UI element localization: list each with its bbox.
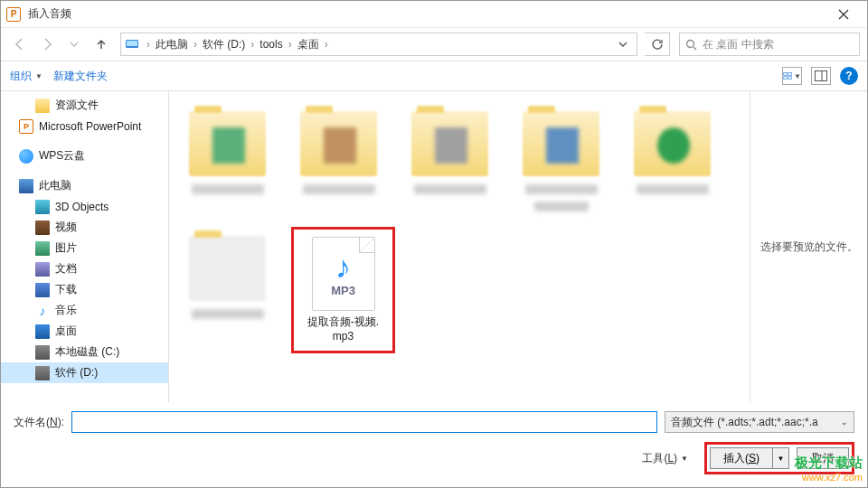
- titlebar: P 插入音频: [1, 1, 867, 28]
- crumb-desktop[interactable]: 桌面: [294, 35, 323, 54]
- svg-point-2: [687, 40, 694, 47]
- nav-tree: 资源文件 PMicrosoft PowerPoint WPS云盘 此电脑 3D …: [1, 91, 169, 402]
- address-bar[interactable]: › 此电脑 › 软件 (D:) › tools › 桌面 ›: [120, 33, 637, 56]
- svg-rect-6: [788, 77, 792, 80]
- recent-button[interactable]: [62, 33, 86, 56]
- drive-icon: [35, 345, 50, 360]
- tools-button[interactable]: 工具(L)▼: [635, 448, 695, 469]
- toolbar: 组织▼ 新建文件夹 ▼ ?: [1, 61, 867, 91]
- filename-label: 文件名(N):: [14, 415, 64, 430]
- cancel-button[interactable]: 取消: [797, 447, 849, 469]
- folder-item[interactable]: [514, 102, 609, 218]
- navigation-bar: › 此电脑 › 软件 (D:) › tools › 桌面 › 在 桌面 中搜索: [1, 28, 867, 61]
- music-icon: ♪: [35, 304, 50, 318]
- chevron-down-icon: ▼: [35, 72, 42, 80]
- arrow-up-icon: [94, 37, 108, 52]
- folder-item[interactable]: [180, 227, 275, 353]
- preview-pane-icon: [815, 70, 827, 81]
- new-folder-button[interactable]: 新建文件夹: [53, 69, 108, 84]
- file-open-dialog: P 插入音频 › 此电脑 › 软件 (D:) › tools ›: [0, 0, 868, 488]
- tree-downloads[interactable]: 下载: [1, 279, 168, 300]
- pc-icon: [19, 179, 33, 193]
- 3d-icon: [35, 200, 50, 214]
- tree-music[interactable]: ♪音乐: [1, 300, 168, 321]
- filetype-dropdown[interactable]: 音频文件 (*.adts;*.adt;*.aac;*.a ⌄: [665, 411, 854, 433]
- forward-button[interactable]: [35, 33, 59, 56]
- help-button[interactable]: ?: [840, 67, 858, 85]
- tree-drive-c[interactable]: 本地磁盘 (C:): [1, 342, 168, 362]
- breadcrumb-sep: ›: [145, 38, 152, 51]
- dialog-body: 资源文件 PMicrosoft PowerPoint WPS云盘 此电脑 3D …: [1, 91, 867, 402]
- drive-icon: [125, 37, 139, 52]
- mp3-file-icon: ♪ MP3: [312, 237, 375, 311]
- folder-item[interactable]: [625, 102, 720, 218]
- insert-split-button: 插入(S) ▼: [710, 447, 789, 469]
- tree-3d-objects[interactable]: 3D Objects: [1, 196, 168, 217]
- crumb-drive[interactable]: 软件 (D:): [199, 35, 249, 54]
- address-expand[interactable]: [613, 38, 633, 51]
- tree-desktop[interactable]: 桌面: [1, 321, 168, 342]
- cloud-icon: [19, 149, 33, 164]
- svg-rect-1: [127, 41, 137, 46]
- folder-item[interactable]: [180, 102, 275, 218]
- dialog-title: 插入音频: [28, 6, 826, 22]
- folder-item[interactable]: [291, 102, 386, 218]
- tree-this-pc[interactable]: 此电脑: [1, 175, 168, 196]
- insert-dropdown[interactable]: ▼: [773, 447, 789, 469]
- organize-button[interactable]: 组织▼: [10, 69, 42, 84]
- svg-rect-5: [784, 77, 788, 80]
- search-placeholder: 在 桌面 中搜索: [703, 37, 774, 52]
- dialog-footer: 文件名(N): 音频文件 (*.adts;*.adt;*.aac;*.a ⌄ 工…: [1, 402, 867, 487]
- folder-item[interactable]: [402, 102, 497, 218]
- music-note-icon: ♪: [335, 251, 351, 282]
- app-icon: P: [6, 7, 21, 22]
- tree-drive-d[interactable]: 软件 (D:): [1, 362, 168, 383]
- folder-icon: [35, 99, 50, 113]
- view-mode-button[interactable]: ▼: [782, 67, 802, 85]
- arrow-left-icon: [13, 37, 27, 52]
- chevron-down-icon: [618, 40, 627, 49]
- crumb-pc[interactable]: 此电脑: [152, 35, 192, 54]
- file-list[interactable]: ♪ MP3 提取音频-视频.mp3: [169, 91, 750, 402]
- video-icon: [35, 221, 50, 235]
- refresh-icon: [651, 38, 664, 51]
- download-icon: [35, 283, 50, 297]
- search-icon: [685, 39, 697, 51]
- drive-icon: [35, 366, 50, 380]
- insert-button[interactable]: 插入(S): [710, 447, 773, 469]
- highlight-box: ♪ MP3 提取音频-视频.mp3: [291, 227, 395, 353]
- back-button[interactable]: [8, 33, 32, 56]
- highlight-box-2: 插入(S) ▼ 取消: [704, 442, 854, 474]
- chevron-down-icon: ⌄: [841, 418, 848, 427]
- powerpoint-icon: P: [19, 119, 33, 134]
- tree-wps-cloud[interactable]: WPS云盘: [1, 145, 168, 166]
- arrow-right-icon: [40, 37, 54, 52]
- preview-pane: 选择要预览的文件。: [750, 91, 867, 402]
- close-button[interactable]: [826, 2, 862, 27]
- svg-rect-3: [784, 72, 788, 75]
- file-item-mp3[interactable]: ♪ MP3 提取音频-视频.mp3: [296, 231, 391, 349]
- up-button[interactable]: [90, 33, 113, 56]
- search-box[interactable]: 在 桌面 中搜索: [679, 33, 860, 56]
- tree-documents[interactable]: 文档: [1, 258, 168, 279]
- tree-pictures[interactable]: 图片: [1, 238, 168, 258]
- content-area: ♪ MP3 提取音频-视频.mp3 选择要预览的文件。: [169, 91, 867, 402]
- desktop-icon: [35, 324, 50, 339]
- close-icon: [838, 9, 849, 20]
- picture-icon: [35, 241, 50, 256]
- svg-rect-4: [788, 72, 792, 75]
- tree-videos[interactable]: 视频: [1, 217, 168, 238]
- refresh-button[interactable]: [645, 33, 670, 56]
- preview-pane-button[interactable]: [811, 67, 831, 85]
- svg-rect-7: [816, 71, 827, 81]
- document-icon: [35, 262, 50, 277]
- crumb-tools[interactable]: tools: [256, 36, 286, 52]
- file-label: 提取音频-视频.mp3: [307, 314, 379, 343]
- thumbnails-icon: [783, 70, 792, 81]
- chevron-down-icon: [70, 40, 79, 49]
- filename-input[interactable]: [71, 411, 657, 433]
- tree-resources[interactable]: 资源文件: [1, 95, 168, 116]
- tree-powerpoint[interactable]: PMicrosoft PowerPoint: [1, 116, 168, 136]
